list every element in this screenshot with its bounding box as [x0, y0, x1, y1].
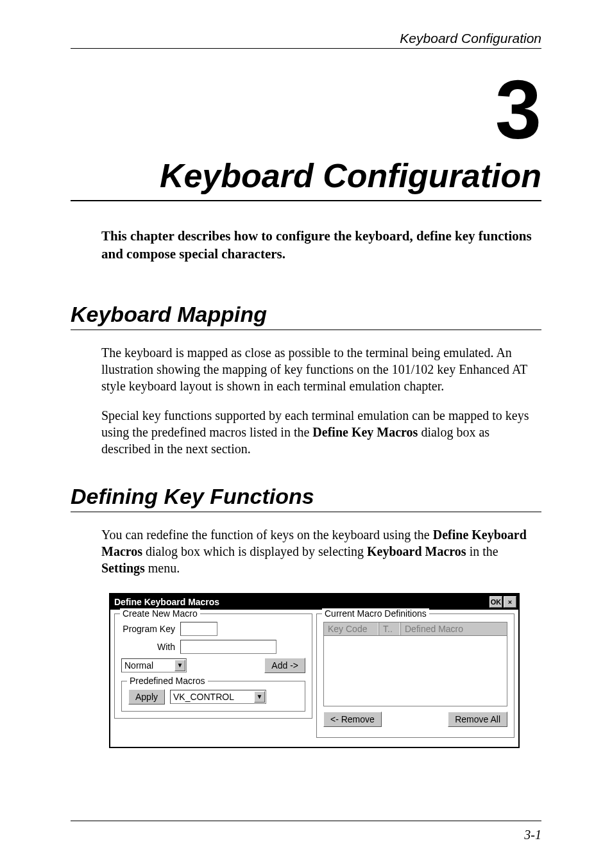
column-key-code[interactable]: Key Code: [324, 622, 378, 635]
dialog-title: Define Keyboard Macros: [114, 597, 488, 607]
group-legend: Current Macro Definitions: [322, 608, 429, 619]
column-type[interactable]: T..: [378, 622, 400, 635]
predef-value: VK_CONTROL: [173, 692, 254, 702]
current-macro-definitions-group: Current Macro Definitions Key Code T.. D…: [316, 613, 514, 738]
group-legend: Predefined Macros: [127, 676, 208, 686]
group-legend: Create New Macro: [120, 608, 200, 619]
dialog-titlebar: Define Keyboard Macros OK ×: [110, 594, 518, 610]
text-span: menu.: [145, 561, 180, 575]
text-span: dialog box which is displayed by selecti…: [142, 544, 367, 558]
chapter-title: Keyboard Configuration: [71, 156, 541, 201]
predefined-macro-combobox[interactable]: VK_CONTROL ▼: [170, 690, 266, 704]
chevron-down-icon: ▼: [174, 660, 185, 671]
add-button[interactable]: Add ->: [264, 658, 305, 673]
chapter-intro: This chapter describes how to configure …: [101, 227, 541, 263]
create-new-macro-group: Create New Macro Program Key With Normal…: [114, 613, 312, 719]
bold-term: Keyboard Macros: [367, 544, 466, 558]
section-heading-mapping: Keyboard Mapping: [71, 302, 541, 330]
chapter-number: 3: [71, 68, 541, 151]
mode-combobox[interactable]: Normal ▼: [121, 658, 187, 672]
definitions-list-header: Key Code T.. Defined Macro: [323, 622, 507, 636]
define-keyboard-macros-dialog: Define Keyboard Macros OK × Create New M…: [109, 593, 520, 748]
definitions-list[interactable]: [323, 636, 507, 706]
ok-button[interactable]: OK: [489, 596, 502, 608]
text-span: in the: [466, 544, 498, 558]
remove-all-button[interactable]: Remove All: [448, 712, 507, 727]
text-span: You can redefine the function of keys on…: [101, 528, 433, 542]
program-key-field[interactable]: [180, 622, 217, 636]
apply-button[interactable]: Apply: [128, 689, 165, 705]
predefined-macros-group: Predefined Macros Apply VK_CONTROL ▼: [121, 681, 305, 712]
close-button[interactable]: ×: [504, 596, 516, 608]
remove-button[interactable]: <- Remove: [323, 712, 382, 727]
program-key-label: Program Key: [121, 624, 180, 634]
running-header: Keyboard Configuration: [71, 31, 541, 49]
chevron-down-icon: ▼: [254, 691, 265, 703]
bold-term: Define Key Macros: [312, 425, 418, 439]
mapping-paragraph-2: Special key functions supported by each …: [101, 407, 541, 457]
with-label: With: [121, 642, 180, 652]
section-heading-defining: Defining Key Functions: [71, 484, 541, 512]
page-number: 3-1: [71, 821, 541, 842]
defining-paragraph-1: You can redefine the function of keys on…: [101, 526, 541, 576]
mapping-paragraph-1: The keyboard is mapped as close as possi…: [101, 344, 541, 394]
with-field[interactable]: [180, 640, 276, 654]
mode-value: Normal: [124, 660, 174, 671]
column-defined-macro[interactable]: Defined Macro: [400, 622, 507, 635]
bold-term: Settings: [101, 561, 145, 575]
